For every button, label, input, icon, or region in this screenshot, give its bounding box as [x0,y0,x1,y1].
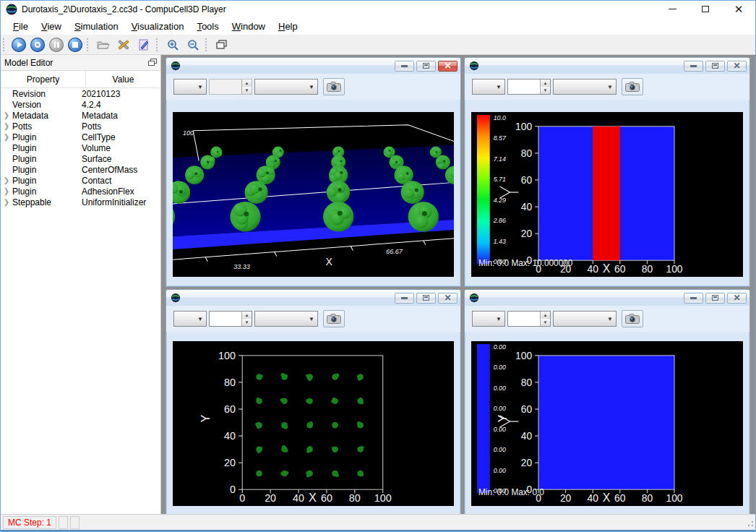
table-row[interactable]: PluginVolume [1,142,160,153]
expand-arrow-icon[interactable]: ❯ [1,198,12,206]
minimize-button[interactable] [656,1,689,17]
property-cell[interactable]: Metadata [12,111,82,121]
spin-buttons[interactable]: ▲ ▼ [540,80,550,94]
edit-button[interactable] [135,37,153,53]
configuration-button[interactable] [115,37,132,53]
value-cell[interactable]: 4.2.4 [82,100,160,110]
property-cell[interactable]: Plugin [12,176,82,186]
tile-windows-button[interactable] [213,37,231,53]
resize-grip[interactable] [745,518,754,527]
screenshot-button[interactable] [323,78,345,95]
field-select[interactable]: ▼ [254,311,318,327]
projection-select[interactable]: ▼ [173,79,207,95]
subwindow-maximize-button[interactable] [705,61,725,72]
render-canvas-g3[interactable]: 10.08.577.145.714.292.861.430.0010080604… [471,112,743,277]
table-row[interactable]: PluginSurface [1,153,160,164]
spin-up-icon[interactable]: ▲ [541,80,550,87]
toolbar-drag-handle[interactable] [87,38,91,51]
toolbar-drag-handle[interactable] [205,38,210,51]
subwindow-close-button[interactable]: ✕ [727,61,747,72]
spin-down-icon[interactable]: ▼ [541,87,550,94]
toolbar-drag-handle[interactable] [3,38,7,51]
table-row[interactable]: ❯SteppableUniformInitializer [1,197,160,207]
stop-button[interactable] [68,38,82,52]
subwindow-titlebar[interactable]: ✕ [465,58,749,74]
menu-item-visualization[interactable]: Visualization [125,19,191,34]
property-cell[interactable]: Plugin [12,165,82,175]
expand-arrow-icon[interactable]: ❯ [1,133,12,141]
column-header-property[interactable]: Property [1,71,86,87]
subwindow-titlebar[interactable]: ✕ [465,290,749,306]
value-cell[interactable]: Surface [82,154,160,164]
render-canvas-g0[interactable]: 10033.3366.67X [173,112,454,277]
value-cell[interactable]: Volume [82,143,160,153]
property-cell[interactable]: Potts [12,121,82,132]
table-row[interactable]: ❯PottsPotts [1,121,160,132]
spin-up-icon[interactable]: ▲ [541,312,550,319]
projection-select[interactable]: ▼ [173,311,207,327]
slice-spinbox[interactable]: ▲ ▼ [209,311,252,327]
menu-item-simulation[interactable]: Simulation [68,19,125,34]
value-cell[interactable]: CellType [82,132,160,142]
play-button[interactable] [12,38,26,52]
subwindow-titlebar[interactable]: ✕ [166,290,460,306]
property-cell[interactable]: Steppable [12,197,82,207]
field-select[interactable]: ▼ [553,79,617,95]
table-row[interactable]: ❯PluginCellType [1,132,160,142]
subwindow-close-button[interactable]: ✕ [727,293,747,304]
subwindow-minimize-button[interactable] [684,293,703,304]
value-cell[interactable]: Contact [82,176,160,186]
slice-spinbox[interactable]: ▲ ▼ [507,311,551,327]
subwindow-close-button[interactable]: ✕ [438,61,458,72]
table-row[interactable]: ❯PluginAdhesionFlex [1,186,160,197]
subwindow-minimize-button[interactable] [684,61,703,72]
slice-spinbox[interactable]: ▲ ▼ [507,79,551,95]
spin-down-icon[interactable]: ▼ [242,319,252,326]
table-row[interactable]: Revision20210123 [1,88,160,99]
subwindow-close-button[interactable]: ✕ [438,293,458,304]
screenshot-button[interactable] [323,310,345,327]
zoom-out-button[interactable] [184,37,202,53]
spin-down-icon[interactable]: ▼ [541,319,550,326]
table-row[interactable]: ❯PluginContact [1,175,160,186]
value-cell[interactable]: Metadata [82,111,160,121]
subwindow-maximize-button[interactable] [705,293,725,304]
menu-item-view[interactable]: View [35,19,68,34]
expand-arrow-icon[interactable]: ❯ [1,176,12,184]
menu-item-tools[interactable]: Tools [190,19,225,34]
step-button[interactable] [30,38,45,52]
render-canvas-g2[interactable]: 100806040200020406080100XY [173,341,454,506]
screenshot-button[interactable] [622,78,643,95]
table-row[interactable]: ❯MetadataMetadata [1,110,160,121]
render-canvas-g1[interactable]: 0.000.000.000.000.000.000.000.0010080604… [471,341,743,506]
property-cell[interactable]: Plugin [12,186,82,197]
subwindow-minimize-button[interactable] [395,61,414,72]
menu-item-file[interactable]: File [7,19,35,34]
property-cell[interactable]: Plugin [12,143,82,153]
subwindow-maximize-button[interactable] [416,61,436,72]
value-cell[interactable]: 20210123 [82,89,160,99]
projection-select[interactable]: ▼ [472,311,505,327]
close-button[interactable]: ✕ [722,1,755,17]
value-cell[interactable]: CenterOfMass [82,165,160,175]
property-cell[interactable]: Plugin [12,132,82,142]
property-cell[interactable]: Version [12,100,82,110]
spin-buttons[interactable]: ▲ ▼ [540,312,550,326]
screenshot-button[interactable] [622,310,643,327]
table-row[interactable]: Version4.2.4 [1,99,160,110]
menu-item-help[interactable]: Help [272,19,304,34]
property-cell[interactable]: Revision [12,89,82,99]
expand-arrow-icon[interactable]: ❯ [1,122,12,130]
column-header-value[interactable]: Value [86,74,160,85]
spin-up-icon[interactable]: ▲ [242,312,252,319]
property-cell[interactable]: Plugin [12,154,82,164]
table-row[interactable]: PluginCenterOfMass [1,164,160,175]
subwindow-minimize-button[interactable] [395,293,414,304]
open-simulation-button[interactable] [95,37,112,53]
menu-item-window[interactable]: Window [225,19,272,34]
zoom-in-button[interactable] [164,37,181,53]
subwindow-titlebar[interactable]: ✕ [166,58,460,74]
projection-select[interactable]: ▼ [472,79,505,95]
expand-arrow-icon[interactable]: ❯ [1,187,12,195]
field-select[interactable]: ▼ [254,79,318,95]
